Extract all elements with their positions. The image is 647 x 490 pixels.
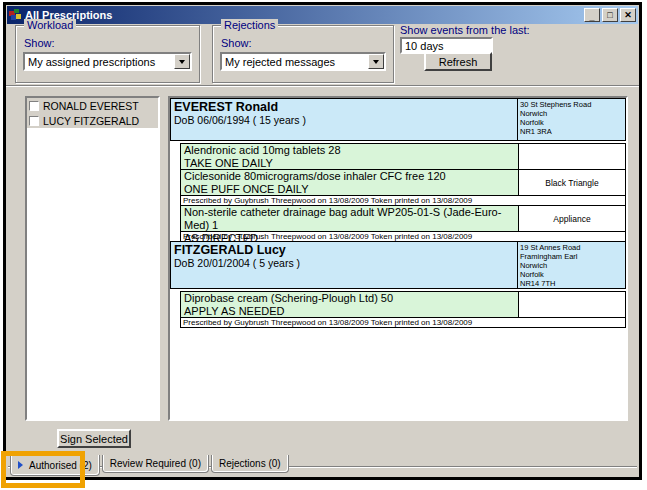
prescription-item[interactable]: Ciclesonide 80micrograms/dose inhaler CF… (180, 169, 626, 196)
rejections-group-label: Rejections (221, 19, 278, 31)
sign-selected-button[interactable]: Sign Selected (57, 429, 131, 448)
prescription-item[interactable]: Alendronic acid 10mg tablets 28 TAKE ONE… (180, 143, 626, 170)
rejections-group: Rejections Show: My rejected messages (212, 25, 394, 83)
patient-header: EVEREST Ronald DoB 06/06/1994 ( 15 years… (170, 98, 626, 141)
prescribed-note: Prescribed by Guybrush Threepwood on 13/… (180, 317, 626, 328)
patient-list-item[interactable]: RONALD EVEREST (27, 98, 158, 113)
prescription-item[interactable]: Non-sterile catheter drainage bag adult … (180, 205, 626, 232)
prescriptions-panel: EVEREST Ronald DoB 06/06/1994 ( 15 years… (168, 96, 628, 421)
minimize-button[interactable]: _ (584, 8, 600, 22)
drug-name: Non-sterile catheter drainage bag adult … (184, 206, 515, 232)
rejections-dropdown-value: My rejected messages (222, 56, 368, 68)
tab-rejections[interactable]: Rejections (0) (211, 455, 289, 473)
workload-dropdown-value: My assigned prescriptions (25, 56, 174, 68)
patient-name: FITZGERALD Lucy (174, 243, 514, 257)
patient-list-label: LUCY FITZGERALD (43, 115, 139, 127)
drug-flag (518, 291, 626, 318)
tab-review-required[interactable]: Review Required (0) (102, 455, 209, 473)
patient-header: FITZGERALD Lucy DoB 20/01/2004 ( 5 years… (170, 241, 626, 289)
all-prescriptions-window: All Prescriptions _ □ ✕ Workload Show: M… (3, 2, 642, 480)
header-divider (6, 85, 639, 87)
chevron-down-icon (373, 60, 379, 67)
patient-checkbox[interactable] (29, 116, 39, 126)
title-bar[interactable]: All Prescriptions _ □ ✕ (7, 6, 638, 24)
patient-dob: DoB 06/06/1994 ( 15 years ) (174, 114, 514, 126)
patient-address: 19 St Annes Road Framingham Earl Norwich… (517, 242, 625, 288)
patient-address: 30 St Stephens Road Norwich Norfolk NR1 … (517, 99, 625, 140)
workload-dropdown[interactable]: My assigned prescriptions (23, 52, 192, 71)
app-icon (9, 9, 22, 22)
tab-strip: Authorised (2) Review Required (0) Rejec… (10, 455, 289, 476)
patient-checkbox[interactable] (29, 101, 39, 111)
refresh-button[interactable]: Refresh (424, 52, 492, 71)
events-filter-label: Show events from the last: (400, 24, 530, 36)
close-button[interactable]: ✕ (620, 8, 636, 22)
workload-group: Workload Show: My assigned prescriptions (15, 25, 200, 83)
drug-name: Alendronic acid 10mg tablets 28 (184, 144, 515, 157)
patient-dob: DoB 20/01/2004 ( 5 years ) (174, 257, 514, 269)
chevron-down-icon (179, 60, 185, 67)
workload-show-label: Show: (24, 37, 55, 49)
drug-directions: APPLY AS NEEDED (184, 305, 515, 318)
rejections-show-label: Show: (221, 37, 252, 49)
tab-authorised[interactable]: Authorised (2) (10, 455, 100, 476)
patient-list: RONALD EVEREST LUCY FITZGERALD (25, 96, 160, 421)
active-tab-arrow-icon (18, 461, 27, 469)
rejections-dropdown[interactable]: My rejected messages (220, 52, 386, 71)
drug-name: Ciclesonide 80micrograms/dose inhaler CF… (184, 170, 515, 183)
drug-flag: Appliance (518, 205, 626, 232)
patient-list-label: RONALD EVEREST (43, 100, 139, 112)
drug-directions: ONE PUFF ONCE DAILY (184, 183, 515, 196)
workload-group-label: Workload (24, 19, 76, 31)
patient-name: EVEREST Ronald (174, 100, 514, 114)
prescription-item[interactable]: Diprobase cream (Schering-Plough Ltd) 50… (180, 291, 626, 318)
workload-dropdown-button[interactable] (174, 54, 190, 69)
patient-list-item[interactable]: LUCY FITZGERALD (27, 113, 158, 128)
maximize-button[interactable]: □ (602, 8, 618, 22)
drug-flag (518, 143, 626, 170)
drug-flag: Black Triangle (518, 169, 626, 196)
drug-name: Diprobase cream (Schering-Plough Ltd) 50 (184, 292, 515, 305)
rejections-dropdown-button[interactable] (368, 54, 384, 69)
